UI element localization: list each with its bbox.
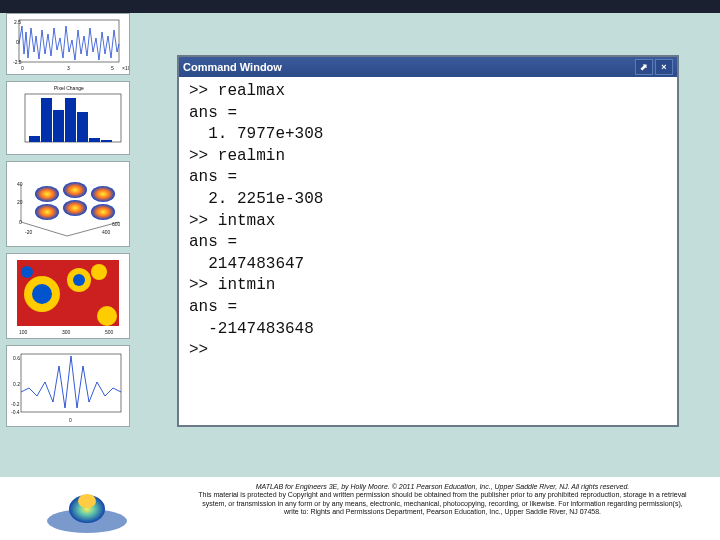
svg-text:40: 40: [17, 181, 23, 187]
command-window: Command Window ⬈ × >> realmax ans = 1. 7…: [177, 55, 679, 427]
thumb-bar-chart: Pixel Change: [6, 81, 130, 155]
cmd-line: ans =: [189, 233, 237, 251]
slide-area: 2.5 0 -2.5 0 3 5 ×10⁴ Pixel Change: [0, 13, 720, 477]
svg-rect-39: [21, 354, 121, 412]
svg-text:20: 20: [17, 199, 23, 205]
svg-point-20: [63, 200, 87, 216]
close-button[interactable]: ×: [655, 59, 673, 75]
svg-text:0.6: 0.6: [13, 355, 20, 361]
svg-text:600: 600: [112, 221, 121, 227]
svg-point-16: [35, 186, 59, 202]
cmd-line: ans =: [189, 104, 237, 122]
cmd-line: >> intmax: [189, 212, 275, 230]
svg-text:400: 400: [102, 229, 111, 235]
cmd-line: 2. 2251e-308: [189, 190, 323, 208]
svg-text:0: 0: [19, 219, 22, 225]
svg-text:0: 0: [16, 39, 19, 45]
svg-rect-14: [89, 138, 100, 142]
thumb-signal-plot: 2.5 0 -2.5 0 3 5 ×10⁴: [6, 13, 130, 75]
svg-point-30: [32, 284, 52, 304]
svg-text:-0.4: -0.4: [11, 409, 20, 415]
svg-point-35: [21, 266, 33, 278]
cmd-line: -2147483648: [189, 320, 314, 338]
footer-book-title: MATLAB for Engineers 3E, by Holly Moore.…: [256, 483, 630, 490]
svg-text:5: 5: [111, 65, 114, 71]
svg-text:500: 500: [105, 329, 114, 335]
footer-logo-surface: [40, 479, 135, 537]
svg-rect-10: [41, 98, 52, 142]
cmd-line: 1. 7977e+308: [189, 125, 323, 143]
cmd-line: ans =: [189, 168, 237, 186]
svg-point-19: [35, 204, 59, 220]
svg-text:0: 0: [21, 65, 24, 71]
thumbnail-column: 2.5 0 -2.5 0 3 5 ×10⁴ Pixel Change: [6, 13, 136, 477]
svg-text:2.5: 2.5: [14, 19, 21, 25]
svg-rect-13: [77, 112, 88, 142]
svg-point-34: [97, 306, 117, 326]
svg-rect-15: [101, 140, 112, 142]
svg-text:100: 100: [19, 329, 28, 335]
svg-text:3: 3: [67, 65, 70, 71]
svg-text:-0.2: -0.2: [11, 401, 20, 407]
thumb-sinc-plot: 0.6 0.2 -0.2 -0.4 0: [6, 345, 130, 427]
command-window-titlebar[interactable]: Command Window ⬈ ×: [179, 57, 677, 77]
svg-text:300: 300: [62, 329, 71, 335]
svg-point-32: [73, 274, 85, 286]
svg-point-21: [91, 204, 115, 220]
footer-line4: write to: Rights and Permissions Departm…: [284, 508, 601, 515]
cmd-line: ans =: [189, 298, 237, 316]
cmd-line: >> realmin: [189, 147, 285, 165]
cmd-line: >> realmax: [189, 82, 285, 100]
command-window-title: Command Window: [183, 61, 633, 73]
dock-button[interactable]: ⬈: [635, 59, 653, 75]
svg-text:0: 0: [69, 417, 72, 423]
svg-rect-0: [19, 20, 119, 62]
svg-text:0.2: 0.2: [13, 381, 20, 387]
svg-point-47: [78, 494, 96, 508]
footer: MATLAB for Engineers 3E, by Holly Moore.…: [0, 477, 720, 540]
svg-rect-11: [53, 110, 64, 142]
title-dark-strip: [0, 0, 720, 13]
svg-text:-20: -20: [25, 229, 32, 235]
svg-rect-12: [65, 98, 76, 142]
cmd-line: >> intmin: [189, 276, 275, 294]
thumb-fractal-image: 100 300 500: [6, 253, 130, 339]
svg-point-33: [91, 264, 107, 280]
thumb-surface-3d: 40 20 0 -20 400 600: [6, 161, 130, 247]
footer-line2: This material is protected by Copyright …: [198, 491, 686, 498]
cmd-line: 2147483647: [189, 255, 304, 273]
svg-point-17: [63, 182, 87, 198]
svg-point-18: [91, 186, 115, 202]
footer-line3: system, or transmission in any form or b…: [202, 500, 682, 507]
svg-rect-9: [29, 136, 40, 142]
footer-copyright: MATLAB for Engineers 3E, by Holly Moore.…: [170, 483, 715, 517]
cmd-line: >>: [189, 341, 208, 359]
thumb2-title-text: Pixel Change: [54, 85, 84, 91]
svg-text:×10⁴: ×10⁴: [122, 65, 129, 71]
command-window-body[interactable]: >> realmax ans = 1. 7977e+308 >> realmin…: [179, 77, 677, 425]
